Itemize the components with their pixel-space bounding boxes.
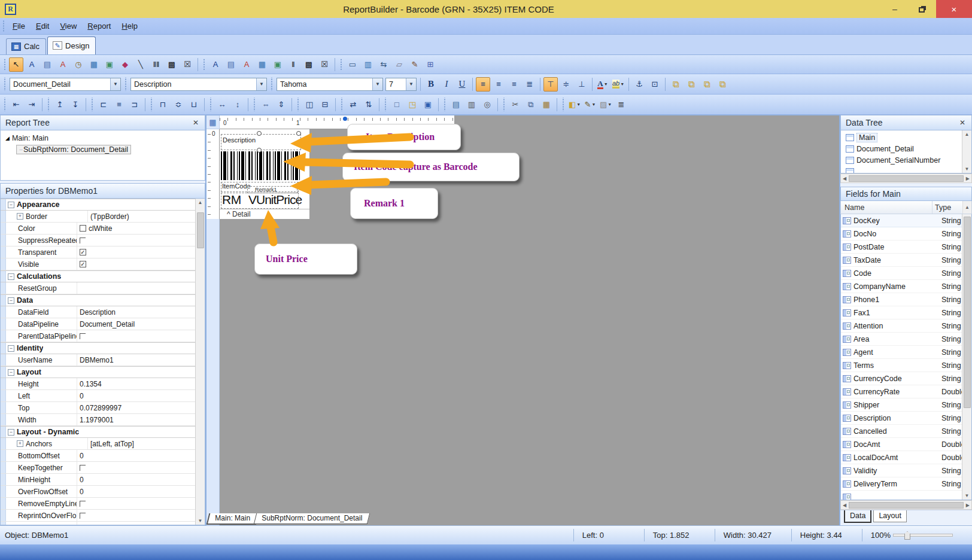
data-tree-item-document-serialnumber[interactable]: Document_SerialNumber [846,154,962,166]
property-row-height[interactable]: Height0.1354 [1,378,195,390]
detail-band-divider[interactable]: ^ Detail [220,209,309,219]
zoom-slider-thumb[interactable] [904,531,910,540]
dbcheckbox-tool[interactable]: ☒ [317,57,332,72]
scroll-up-icon[interactable]: ▲ [962,201,971,214]
property-value[interactable] [33,295,195,306]
property-value[interactable] [77,510,195,521]
column-header-name[interactable]: Name [841,201,932,214]
valign-middle-button[interactable]: ≑ [559,77,573,92]
fields-scrollbar[interactable]: ▼ [962,214,971,500]
scroll-thumb[interactable] [197,212,204,248]
property-value[interactable]: ✓ [77,258,195,270]
barcode-element[interactable] [221,151,300,180]
anchor-button[interactable]: ⚓ [632,77,646,92]
field-row-dockey[interactable]: DocKeyString [841,214,962,227]
data-tree-item-main[interactable]: Main [846,132,962,143]
equate-heights-button[interactable]: ⇕ [274,98,288,112]
property-section-appearance[interactable]: −Appearance [1,199,195,211]
property-value[interactable]: 0 [77,390,195,401]
chevron-down-icon[interactable]: ▼ [604,82,608,86]
field-row-validity[interactable]: ValidityString [841,464,962,477]
bring-forward-button[interactable]: ⧉ [700,77,714,92]
scroll-thumb[interactable] [849,502,964,509]
property-row-transparent[interactable]: Transparent✓ [1,246,195,258]
checkbox-unchecked-icon[interactable] [80,333,86,339]
chevron-down-icon[interactable]: ▼ [591,102,596,106]
close-button[interactable]: × [936,0,972,18]
field-row-terms[interactable]: TermsString [841,359,962,372]
zoom-slider[interactable] [893,534,953,537]
page-setup-button[interactable]: ▤ [449,98,463,112]
scroll-left-icon[interactable]: ◀ [843,176,846,181]
tree-expander-icon[interactable]: ◢ [5,135,10,141]
space-vertically-button[interactable]: ↕ [230,98,245,112]
property-row-parentdatapipeline[interactable]: ParentDataPipeline [1,330,195,342]
send-to-back-button[interactable]: ⧉ [684,77,698,92]
property-row-anchors[interactable]: +Anchors[atLeft, atTop] [1,438,195,450]
datafield-combo[interactable]: Description ▼ [130,78,267,91]
property-section-data[interactable]: −Data [1,294,195,306]
collapse-icon[interactable]: − [8,273,14,280]
checkbox-unchecked-icon[interactable] [80,501,86,507]
chevron-down-icon[interactable]: ▼ [576,102,581,106]
data-tree-hscrollbar[interactable]: ◀ ▶ [840,174,972,183]
property-row-width[interactable]: Width1.1979001 [1,414,195,426]
shape-tool[interactable]: ◆ [118,57,132,72]
space-horizontally-button[interactable]: ↔ [215,98,229,112]
property-value[interactable]: [atLeft, atTop] [87,438,195,449]
align-tops-button[interactable]: ⊓ [156,98,170,112]
property-row-visible[interactable]: Visible✓ [1,258,195,270]
checkbox-checked-icon[interactable]: ✓ [80,249,86,255]
field-row-cancelled[interactable]: CancelledString [841,425,962,438]
copy-button[interactable]: ⧉ [524,98,538,112]
subreport-tool[interactable]: ▥ [361,57,375,72]
barcode-tool[interactable]: ‖‖ [149,57,163,72]
font-size-combo[interactable]: 7 ▼ [385,78,417,91]
property-row-minheight[interactable]: MinHeight0 [1,474,195,486]
field-row-partial[interactable] [841,491,962,500]
chevron-down-icon[interactable]: ▼ [608,102,612,106]
stylebrush-tool[interactable]: ✎ [408,57,422,72]
property-section-layout[interactable]: −Layout [1,366,195,378]
menu-file[interactable]: File [7,20,31,32]
page-tab-subrptnorm-document-detail[interactable]: SubRptNorm: Document_Detail [253,513,370,524]
data-tree-item-partial[interactable] [846,166,962,173]
property-value[interactable] [79,427,195,437]
collapse-icon[interactable]: − [8,345,14,352]
property-row-partial[interactable] [1,522,195,525]
property-row-overflowoffset[interactable]: OverFlowOffset0 [1,486,195,498]
rm-element[interactable]: RM [222,193,241,207]
calc-tool[interactable]: ▦ [87,57,101,72]
report-tree-item-main[interactable]: ◢ Main: Main [4,132,205,144]
scroll-right-icon[interactable]: ▶ [966,503,970,508]
save-report-button[interactable]: ▣ [421,98,435,112]
minimize-button[interactable]: – [881,0,909,18]
property-value[interactable]: 0 [77,486,195,497]
field-row-code[interactable]: CodeString [841,267,962,280]
property-value[interactable]: ✓ [77,246,195,258]
shift-right-button[interactable]: ⇥ [25,98,39,112]
property-value[interactable]: 0.1354 [77,378,195,389]
gridoptions-tool[interactable]: ⊞ [423,57,438,72]
property-value[interactable] [77,498,195,509]
property-value[interactable]: Description [77,306,195,318]
scroll-right-icon[interactable]: ▶ [966,176,970,181]
expand-height-button[interactable]: ⇅ [362,98,376,112]
shift-left-button[interactable]: ⇤ [9,98,23,112]
data-tree-scrollbar[interactable]: ▲ ▼ [962,130,971,173]
bold-button[interactable]: B [424,77,438,92]
scroll-up-icon[interactable]: ▲ [965,132,970,137]
column-header-type[interactable]: Type [932,203,962,212]
font-name-combo[interactable]: Tahoma ▼ [277,78,383,91]
richtext-tool[interactable]: A [56,57,70,72]
property-row-left[interactable]: Left0 [1,390,195,402]
property-row-removeemptyline[interactable]: RemoveEmptyLine [1,498,195,510]
property-value[interactable] [41,367,195,378]
tab-data[interactable]: Data [844,510,871,523]
align-justify-button[interactable]: ≣ [523,77,537,92]
chevron-down-icon[interactable]: ▼ [406,78,416,90]
underline-button[interactable]: U [455,77,469,92]
field-row-description[interactable]: DescriptionString [841,412,962,425]
field-row-deliveryterm[interactable]: DeliveryTermString [841,477,962,491]
align-bottoms-button[interactable]: ⊔ [187,98,201,112]
